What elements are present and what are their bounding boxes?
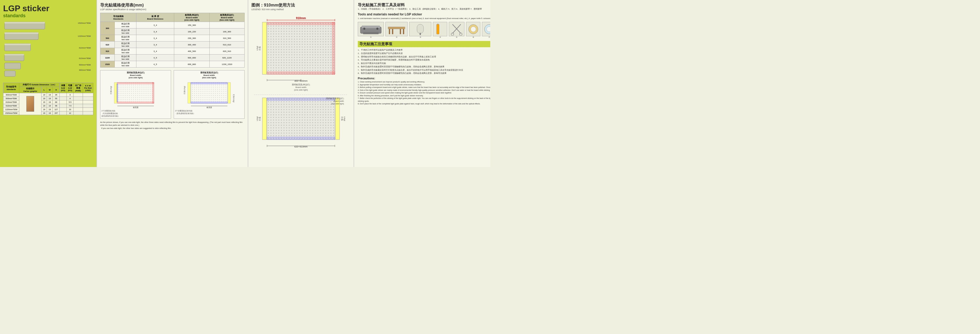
svg-rect-42: [267, 22, 335, 25]
one-side-diagram: 透明板宽度(单边灯)Board width(one-side light): [100, 70, 171, 119]
svg-text:910mm: 910mm: [296, 16, 306, 19]
legend-panel: 图例：910mm使用方法 LEGEND: 910 mm using method…: [248, 0, 353, 167]
svg-rect-62: [267, 137, 335, 140]
tool-3-label: ③: [420, 36, 421, 38]
svg-rect-75: [388, 27, 405, 29]
workbench-image: [385, 22, 407, 36]
tool-1-label: ①: [370, 36, 372, 38]
col-sub-carton: 纸箱图示Carton graphic: [19, 87, 41, 93]
precautions-title-en: Precautions:: [358, 77, 490, 80]
spec-row-300-double: 双边灯用two side 3_4 100_220 100_300: [100, 29, 245, 35]
svg-text:Board width: Board width: [296, 86, 306, 88]
bottom-table-area: 导光贴型号standards 外箱尺寸 Outside Dimension（cm…: [3, 83, 93, 115]
spec-header-single: 板宽度(单边灯)Board width(one-side light): [174, 13, 209, 22]
svg-text:Lihgt: Lihgt: [344, 117, 346, 121]
dust-removal-image: [409, 22, 431, 36]
svg-rect-17: [152, 83, 154, 103]
col-sub-l: L: [41, 87, 47, 93]
svg-rect-5: [5, 43, 30, 45]
tools-title-cn: 导光贴施工所需工具及材料: [358, 3, 490, 8]
col-header-model: 导光贴型号standards: [3, 83, 19, 93]
svg-rect-18: [117, 84, 118, 102]
one-side-note: 2个涂覆面贴光贴（红色虚线覆盖处贴蓝色虚线挡反射光贴）: [102, 110, 170, 117]
svg-point-89: [471, 27, 476, 32]
tool-2-label: ②: [396, 36, 398, 38]
precautions-list-cn: 1、干净的工作环境可以提高产品质量及工作效率 2、合适的温度和湿度可以避免产生不…: [358, 48, 490, 75]
svg-rect-44: [332, 22, 335, 74]
tool-7-label: ⑦: [488, 36, 490, 38]
spec-row-910: 910 双边灯用two side 3_4 400_500 620_910: [100, 48, 245, 54]
svg-rect-22: [191, 83, 228, 103]
svg-point-74: [376, 28, 379, 30]
far-right-panel: 导光贴施工所需工具及材料 1、冷裱机（手动或电动） 2、工作平台（一张或两张） …: [353, 0, 490, 167]
one-side-title: 透明板宽度(单边灯)Board width(one-side light): [102, 72, 170, 79]
tool-6-label: ⑥: [473, 36, 474, 38]
table-row: 300mm*50M 191935 3: [3, 93, 93, 97]
svg-marker-83: [436, 24, 439, 24]
paper-knife-image: [433, 22, 447, 36]
svg-text:Board width: Board width: [334, 100, 344, 102]
spec-row-610: 610 双边灯用two side 3_4 300_400 510_610: [100, 42, 245, 48]
legend-title-en: LEGEND: 910 mm using method: [251, 8, 350, 11]
legend-title-cn: 图例：910mm使用方法: [251, 3, 350, 8]
tool-5: ⑤: [449, 22, 465, 38]
two-side-title: 透明板宽度(双边灯)Board width(two-side light): [175, 72, 243, 79]
two-side-diagram: 透明板宽度(双边灯)Board width(two-side light): [174, 70, 245, 119]
tool-2: ②: [385, 22, 407, 38]
svg-rect-11: [117, 83, 154, 103]
svg-rect-8: [5, 63, 21, 69]
svg-text:灯条/Lihgt: 灯条/Lihgt: [110, 86, 112, 94]
col-header-nw: 净重N.W(KG): [60, 83, 67, 93]
svg-rect-38: [267, 22, 335, 74]
svg-text:620~910mm: 620~910mm: [294, 145, 307, 148]
scissors-image: [449, 22, 465, 36]
table-row: 1520mm*50M 1919157 12: [3, 112, 93, 115]
svg-rect-15: [117, 83, 154, 84]
svg-text:灯条/Lihgt: 灯条/Lihgt: [184, 86, 186, 94]
svg-text:(one-side light): (one-side light): [294, 89, 308, 91]
svg-rect-61: [267, 98, 335, 101]
two-side-visual: 灯条/Lihgt 灯条/Lihgt 板宽度: [175, 80, 243, 109]
precautions-list-en: 1. Clean working environment can improve…: [358, 81, 490, 105]
carton-graphic-cell: [19, 93, 41, 115]
svg-rect-79: [400, 29, 401, 34]
svg-rect-13: [114, 83, 117, 103]
two-side-svg: 灯条/Lihgt 灯条/Lihgt 板宽度: [175, 80, 243, 109]
tool-3: ③: [409, 22, 431, 38]
col-header-exw: E X WPer Roll(USD): [83, 83, 93, 93]
one-side-visual: 灯条/Lihgt 板宽度: [102, 80, 170, 109]
lgp-title: LGP sticker: [3, 4, 93, 13]
svg-text:板宽度: 板宽度: [133, 107, 138, 109]
tool-4: ④: [433, 22, 447, 38]
svg-rect-24: [188, 83, 190, 103]
tool-4-label: ④: [439, 36, 441, 38]
svg-rect-29: [191, 102, 228, 103]
svg-rect-81: [420, 33, 421, 35]
svg-rect-54: [267, 98, 335, 140]
usage-diagram-svg: 910mm 灯条 Lihgt 40: [251, 14, 350, 150]
roll-label-610: 610mm*50M: [79, 57, 91, 59]
roll-label-910: 910mm*50M: [79, 47, 91, 49]
svg-text:灯条: 灯条: [259, 117, 261, 121]
usage-diagram: 910mm 灯条 Lihgt 40: [251, 14, 350, 150]
spec-table-title-cn: 导光贴规格使用表(mm): [100, 3, 245, 8]
masking-tape-image: [466, 22, 480, 36]
tools-images-row: ① ②: [358, 22, 490, 38]
spec-row-1520: 1520 双边灯用two side 4_5 600_800 1230_1520: [100, 61, 245, 67]
spec-usage-table: 导光贴规格Standards 板 厚 度Board thickness 板宽度(…: [100, 13, 245, 67]
svg-rect-43: [267, 72, 335, 74]
tool-5-label: ⑤: [456, 36, 457, 38]
svg-rect-3: [5, 32, 38, 34]
svg-rect-7: [5, 54, 24, 55]
description-text: As the picture shows, if you use one-sid…: [100, 121, 245, 130]
tools-list-cn: 1、冷裱机（手动或电动） 2、工作平台（一张或两张） 3、除尘工具（静电除尘辊等…: [358, 8, 490, 11]
model-cell: 300mm*50M: [3, 93, 19, 97]
svg-rect-55: [262, 98, 267, 140]
carton-image: [26, 96, 34, 112]
spec-row-1220: 1220 双边灯用two side 4_5 500_600 920_1220: [100, 54, 245, 61]
svg-rect-72: [363, 32, 379, 34]
tool-6: ⑥: [466, 22, 480, 38]
svg-rect-76: [389, 29, 390, 34]
laminator-image: [358, 22, 384, 36]
col-header-outside-dim: 外箱尺寸 Outside Dimension（cm）: [19, 83, 60, 87]
